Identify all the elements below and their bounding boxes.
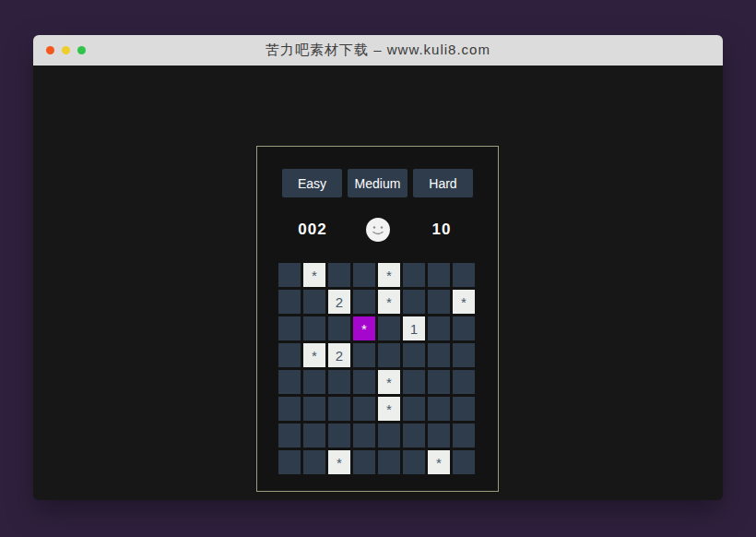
grid-cell[interactable] [428,290,450,314]
window-content: Easy Medium Hard 002 10 **2***1*2**** [33,66,723,500]
smiley-face-icon [366,218,390,242]
grid-cell[interactable] [453,450,475,474]
grid-cell[interactable] [428,370,450,394]
status-row: 002 10 [257,217,498,243]
grid-cell[interactable] [378,450,400,474]
grid-cell[interactable] [303,316,325,340]
grid-cell[interactable]: * [378,290,400,314]
grid-cell[interactable] [453,397,475,421]
grid-cell[interactable] [278,290,301,314]
grid-cell[interactable] [303,397,325,421]
difficulty-button-row: Easy Medium Hard [282,169,473,197]
grid-cell[interactable] [328,263,350,287]
grid-cell[interactable]: * [328,450,350,474]
grid-cell[interactable] [328,424,350,448]
grid-cell[interactable] [303,424,325,448]
app-window: 苦力吧素材下载 – www.kuli8.com Easy Medium Hard… [33,35,723,500]
grid-cell[interactable] [378,343,400,367]
mines-counter: 10 [432,217,452,243]
grid-cell[interactable] [328,397,350,421]
grid-cell[interactable] [353,424,375,448]
grid-cell[interactable] [353,397,375,421]
hard-button[interactable]: Hard [413,169,473,197]
grid-cell[interactable] [278,450,301,474]
mine-grid: **2***1*2**** [278,263,475,474]
grid-cell[interactable] [378,316,400,340]
grid-cell[interactable] [353,370,375,394]
grid-cell[interactable] [403,343,425,367]
grid-cell[interactable] [328,370,350,394]
grid-cell[interactable] [403,263,425,287]
grid-cell[interactable] [378,424,400,448]
grid-cell[interactable] [278,397,301,421]
grid-cell[interactable] [453,316,475,340]
medium-button[interactable]: Medium [348,169,408,197]
grid-cell[interactable] [403,450,425,474]
smiley-face-button[interactable] [366,218,390,242]
grid-cell[interactable]: * [378,397,400,421]
grid-cell[interactable]: * [303,263,325,287]
grid-cell[interactable] [353,263,375,287]
grid-cell[interactable] [428,397,450,421]
grid-cell[interactable]: 2 [328,290,350,314]
grid-cell[interactable] [353,450,375,474]
grid-cell[interactable] [278,424,301,448]
page: { "window": { "title": "苦力吧素材下载 – www.ku… [0,0,756,537]
grid-cell[interactable] [303,450,325,474]
grid-cell[interactable] [303,290,325,314]
minimize-button-icon[interactable] [62,46,70,54]
grid-cell[interactable] [453,263,475,287]
grid-cell[interactable] [428,263,450,287]
grid-cell[interactable] [278,263,301,287]
grid-cell[interactable] [403,370,425,394]
grid-cell[interactable] [428,424,450,448]
window-title: 苦力吧素材下载 – www.kuli8.com [266,42,490,59]
grid-cell[interactable]: 1 [403,316,425,340]
grid-cell[interactable] [428,343,450,367]
grid-cell[interactable] [278,316,301,340]
grid-cell[interactable] [278,343,301,367]
grid-cell[interactable]: * [453,290,475,314]
grid-cell[interactable] [453,424,475,448]
grid-cell[interactable] [453,370,475,394]
grid-cell[interactable] [278,370,301,394]
grid-cell[interactable]: * [378,263,400,287]
grid-cell[interactable] [453,343,475,367]
grid-cell[interactable]: * [428,450,450,474]
grid-cell[interactable]: * [378,370,400,394]
grid-cell[interactable] [403,424,425,448]
easy-button[interactable]: Easy [282,169,342,197]
grid-cell[interactable] [328,316,350,340]
grid-cell[interactable] [353,343,375,367]
grid-cell[interactable] [403,397,425,421]
grid-cell[interactable]: * [353,316,375,340]
grid-cell[interactable] [303,370,325,394]
titlebar: 苦力吧素材下载 – www.kuli8.com [33,35,723,66]
game-panel: Easy Medium Hard 002 10 **2***1*2**** [256,146,499,492]
grid-cell[interactable] [353,290,375,314]
traffic-light-dots [46,35,86,66]
grid-cell[interactable] [428,316,450,340]
grid-cell[interactable]: * [303,343,325,367]
close-button-icon[interactable] [46,46,54,54]
grid-cell[interactable] [403,290,425,314]
grid-cell[interactable]: 2 [328,343,350,367]
timer-counter: 002 [298,217,326,243]
maximize-button-icon[interactable] [77,46,86,54]
